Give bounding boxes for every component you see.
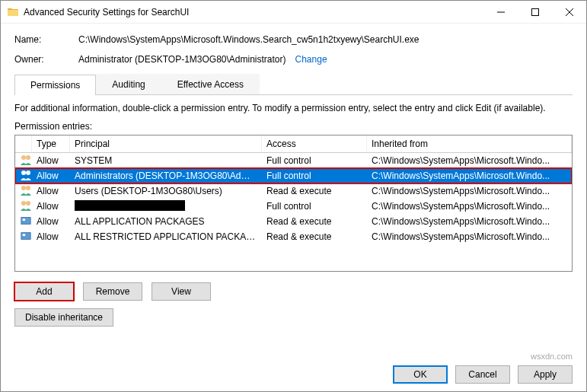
tab-effective-access[interactable]: Effective Access: [161, 74, 260, 94]
cell-principal: ALL RESTRICTED APPLICATION PACKAGES: [75, 231, 262, 242]
row-icon: [15, 183, 32, 199]
table-row[interactable]: AllowALL RESTRICTED APPLICATION PACKAGES…: [15, 229, 572, 244]
table-row[interactable]: AllowAdministrators (DESKTOP-1M3OG80\Adm…: [15, 168, 572, 183]
svg-point-10: [21, 201, 26, 206]
table-row[interactable]: AllowSYSTEMFull controlC:\Windows\System…: [15, 153, 572, 168]
permission-table: Type Principal Access Inherited from All…: [14, 135, 573, 272]
cell-access: Read & execute: [262, 230, 367, 244]
svg-rect-13: [23, 218, 26, 221]
cell-inherited: C:\Windows\SystemApps\Microsoft.Windo...: [367, 184, 572, 198]
name-label: Name:: [14, 34, 78, 45]
svg-point-8: [21, 186, 26, 190]
cell-inherited: C:\Windows\SystemApps\Microsoft.Windo...: [367, 215, 572, 228]
table-row[interactable]: AllowFull controlC:\Windows\SystemApps\M…: [15, 199, 572, 214]
column-inherited[interactable]: Inherited from: [367, 135, 572, 152]
owner-value: Administrator (DESKTOP-1M3OG80\Administr…: [78, 54, 286, 65]
cell-access: Full control: [262, 154, 367, 167]
row-icon: [15, 153, 32, 169]
row-icon: [15, 214, 32, 230]
tab-permissions[interactable]: Permissions: [14, 75, 96, 95]
maximize-button[interactable]: [518, 1, 552, 24]
cell-principal: ALL APPLICATION PACKAGES: [75, 216, 205, 227]
tab-auditing[interactable]: Auditing: [96, 74, 161, 94]
column-icon[interactable]: [15, 135, 32, 152]
cell-type: Allow: [32, 169, 70, 183]
cell-access: Read & execute: [262, 184, 367, 198]
cell-access: Full control: [262, 169, 367, 183]
svg-point-9: [26, 186, 30, 190]
cell-type: Allow: [32, 215, 70, 228]
close-button[interactable]: [552, 1, 586, 24]
tab-bar: Permissions Auditing Effective Access: [14, 74, 573, 95]
window-title: Advanced Security Settings for SearchUI: [24, 7, 483, 18]
svg-point-7: [26, 171, 30, 175]
add-button[interactable]: Add: [14, 282, 74, 301]
cell-type: Allow: [32, 230, 70, 244]
cell-inherited: C:\Windows\SystemApps\Microsoft.Windo...: [367, 169, 572, 183]
table-header: Type Principal Access Inherited from: [15, 135, 572, 153]
disable-inheritance-button[interactable]: Disable inheritance: [14, 308, 113, 327]
entries-label: Permission entries:: [14, 121, 573, 132]
column-access[interactable]: Access: [262, 135, 367, 152]
row-icon: [15, 229, 32, 245]
view-button[interactable]: View: [152, 282, 211, 301]
cell-type: Allow: [32, 199, 70, 213]
cell-inherited: C:\Windows\SystemApps\Microsoft.Windo...: [367, 199, 572, 213]
cell-principal: Administrators (DESKTOP-1M3OG80\Admi...: [75, 171, 258, 181]
name-value: C:\Windows\SystemApps\Microsoft.Windows.…: [78, 34, 420, 45]
column-type[interactable]: Type: [32, 135, 70, 152]
row-icon: [15, 168, 32, 184]
minimize-button[interactable]: [483, 1, 518, 24]
svg-point-4: [21, 155, 26, 160]
owner-label: Owner:: [14, 54, 78, 65]
change-owner-link[interactable]: Change: [295, 54, 327, 65]
svg-rect-1: [531, 8, 538, 15]
watermark: wsxdn.com: [531, 352, 573, 361]
apply-button[interactable]: Apply: [518, 365, 573, 384]
table-row[interactable]: AllowALL APPLICATION PACKAGESRead & exec…: [15, 214, 572, 229]
folder-icon: [7, 6, 19, 18]
redacted-principal: [75, 200, 185, 211]
cell-access: Full control: [262, 199, 367, 213]
cell-principal: SYSTEM: [75, 155, 112, 166]
remove-button[interactable]: Remove: [83, 282, 142, 301]
table-row[interactable]: AllowUsers (DESKTOP-1M3OG80\Users)Read &…: [15, 183, 572, 199]
cell-inherited: C:\Windows\SystemApps\Microsoft.Windo...: [367, 230, 572, 244]
cancel-button[interactable]: Cancel: [455, 365, 510, 384]
svg-point-6: [21, 171, 26, 175]
svg-point-5: [26, 155, 30, 160]
svg-rect-15: [23, 234, 26, 236]
cell-principal: Users (DESKTOP-1M3OG80\Users): [75, 186, 222, 196]
dialog-footer: OK Cancel Apply: [393, 365, 573, 384]
cell-access: Read & execute: [262, 215, 367, 228]
cell-type: Allow: [32, 154, 70, 167]
cell-type: Allow: [32, 184, 70, 198]
info-text: For additional information, double-click…: [14, 103, 573, 113]
ok-button[interactable]: OK: [393, 365, 448, 384]
column-principal[interactable]: Principal: [70, 135, 262, 152]
titlebar: Advanced Security Settings for SearchUI: [1, 1, 586, 24]
row-icon: [15, 199, 32, 215]
cell-inherited: C:\Windows\SystemApps\Microsoft.Windo...: [367, 154, 572, 167]
svg-point-11: [26, 201, 30, 206]
